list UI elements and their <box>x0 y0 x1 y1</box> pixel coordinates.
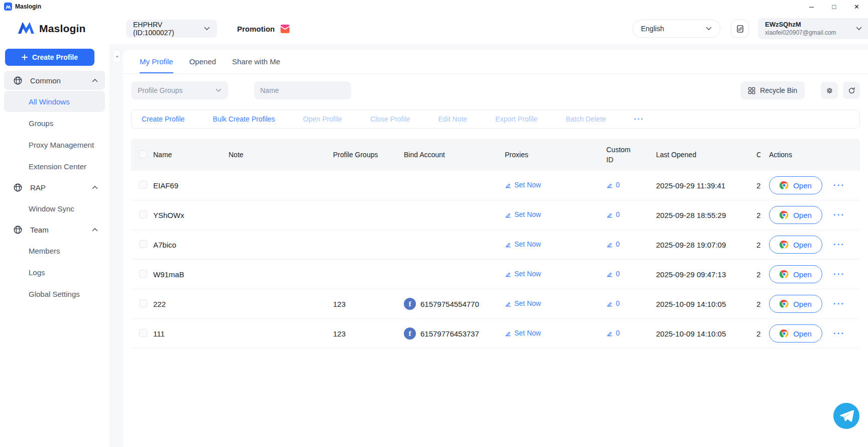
workspace-selector[interactable]: EHPHRV (ID:1000027) <box>126 20 217 38</box>
row-checkbox[interactable] <box>139 270 147 278</box>
set-proxy-link[interactable]: Set Now <box>505 329 541 337</box>
pencil-icon <box>505 330 511 337</box>
profile-groups-select[interactable]: Profile Groups <box>131 81 228 99</box>
cell-custom-id: 0 <box>606 210 656 219</box>
sidebar-item[interactable]: Logs <box>4 262 105 283</box>
cell-actions: Open ··· <box>769 324 860 343</box>
refresh-button[interactable] <box>843 82 860 99</box>
sidebar: Create Profile Common <box>0 44 109 447</box>
table-header-row: Name Note Profile Groups Bind Account Pr… <box>131 139 860 171</box>
row-more-icon[interactable]: ··· <box>833 269 845 279</box>
edit-custom-id-link[interactable]: 0 <box>606 270 620 278</box>
row-checkbox[interactable] <box>139 329 147 337</box>
promotion-link[interactable]: Promotion <box>237 24 290 34</box>
pencil-icon <box>606 271 613 277</box>
action-link[interactable]: Open Profile <box>303 115 342 123</box>
recycle-bin-button[interactable]: Recycle Bin <box>740 81 805 99</box>
more-actions-icon[interactable]: ··· <box>634 115 644 123</box>
settings-button[interactable] <box>821 82 838 99</box>
sidebar-item[interactable]: Members <box>4 240 105 261</box>
open-profile-button[interactable]: Open <box>769 176 822 194</box>
action-link[interactable]: Create Profile <box>142 115 185 123</box>
sidebar-item[interactable]: Proxy Management <box>4 134 105 155</box>
sidebar-section-label: Team <box>30 226 92 234</box>
pencil-icon <box>606 182 613 188</box>
cell-actions: Open ··· <box>769 295 860 313</box>
sidebar-section-header[interactable]: RAP <box>4 178 105 197</box>
row-checkbox[interactable] <box>139 210 147 218</box>
row-more-icon[interactable]: ··· <box>833 240 845 250</box>
row-more-icon[interactable]: ··· <box>833 299 845 309</box>
maximize-icon[interactable]: □ <box>823 0 845 13</box>
close-icon[interactable]: ✕ <box>845 0 868 13</box>
action-link[interactable]: Batch Delete <box>566 115 606 123</box>
sidebar-collapse-handle[interactable]: ◂ <box>113 50 121 63</box>
cell-actions: Open ··· <box>769 176 860 194</box>
plus-icon <box>22 54 28 60</box>
name-search-input[interactable] <box>260 86 351 94</box>
col-last-opened: Last Opened <box>656 151 756 159</box>
tab[interactable]: Share with Me <box>232 57 280 73</box>
sidebar-item[interactable]: All Windows <box>4 91 105 112</box>
account-menu[interactable]: EWzSQhzM xiaofei020907@gmail.com <box>758 18 868 39</box>
action-link[interactable]: Export Profile <box>495 115 537 123</box>
document-button[interactable] <box>731 20 749 38</box>
edit-custom-id-link[interactable]: 0 <box>606 329 620 337</box>
set-proxy-link[interactable]: Set Now <box>505 270 541 278</box>
telegram-button[interactable] <box>833 403 859 429</box>
row-more-icon[interactable]: ··· <box>833 180 845 190</box>
tab[interactable]: My Profile <box>140 57 173 73</box>
bind-account-id: 61579776453737 <box>420 329 479 338</box>
language-label: English <box>641 25 664 33</box>
open-profile-button[interactable]: Open <box>769 206 822 224</box>
action-link[interactable]: Bulk Create Profiles <box>213 115 275 123</box>
edit-custom-id-link[interactable]: 0 <box>606 240 620 248</box>
sidebar-item[interactable]: Global Settings <box>4 283 105 304</box>
cell-proxies: Set Now <box>505 240 606 249</box>
col-name: Name <box>153 151 229 159</box>
action-bar: Create Profile Bulk Create Profiles Open… <box>131 109 860 129</box>
row-checkbox[interactable] <box>139 240 147 248</box>
language-selector[interactable]: English <box>632 20 720 38</box>
action-link[interactable]: Edit Note <box>439 115 468 123</box>
row-more-icon[interactable]: ··· <box>833 210 845 220</box>
table-body: EIAF69 f Set Now <box>131 171 860 349</box>
chevron-down-icon <box>204 27 210 31</box>
edit-custom-id-link[interactable]: 0 <box>606 210 620 218</box>
cell-proxies: Set Now <box>505 210 606 219</box>
sidebar-item[interactable]: Extension Center <box>4 156 105 177</box>
cell-proxies: Set Now <box>505 299 606 308</box>
table-row: 111 123 f 61579776453737 <box>131 319 860 349</box>
set-proxy-link[interactable]: Set Now <box>505 299 541 307</box>
edit-custom-id-link[interactable]: 0 <box>606 299 620 307</box>
select-all-checkbox[interactable] <box>139 150 147 158</box>
create-profile-button[interactable]: Create Profile <box>5 49 94 66</box>
sidebar-item[interactable]: Window Sync <box>4 198 105 219</box>
open-profile-button[interactable]: Open <box>769 295 822 313</box>
row-checkbox[interactable] <box>139 299 147 307</box>
app-header: Maslogin EHPHRV (ID:1000027) Promotion E… <box>0 13 868 44</box>
sidebar-item[interactable]: Groups <box>4 113 105 134</box>
cell-proxies: Set Now <box>505 329 606 338</box>
sidebar-section-header[interactable]: Team <box>4 220 105 239</box>
refresh-icon <box>848 87 855 94</box>
tab[interactable]: Opened <box>189 57 216 73</box>
row-checkbox[interactable] <box>139 181 147 189</box>
minimize-icon[interactable]: ─ <box>800 0 823 13</box>
user-name: EWzSQhzM <box>765 21 836 29</box>
cell-custom-id: 0 <box>606 270 656 279</box>
edit-custom-id-link[interactable]: 0 <box>606 181 620 189</box>
open-profile-button[interactable]: Open <box>769 265 822 283</box>
action-link[interactable]: Close Profile <box>370 115 410 123</box>
set-proxy-link[interactable]: Set Now <box>505 240 541 248</box>
sidebar-section-header[interactable]: Common <box>4 71 105 90</box>
cell-proxies: Set Now <box>505 181 606 190</box>
open-profile-button[interactable]: Open <box>769 236 822 254</box>
cell-last-opened: 2025-10-09 14:10:05 <box>656 300 756 308</box>
table-row: EIAF69 f Set Now <box>131 171 860 200</box>
set-proxy-link[interactable]: Set Now <box>505 210 541 218</box>
open-profile-button[interactable]: Open <box>769 324 822 343</box>
set-proxy-link[interactable]: Set Now <box>505 181 541 189</box>
cell-name: 111 <box>153 329 229 338</box>
row-more-icon[interactable]: ··· <box>833 328 845 339</box>
